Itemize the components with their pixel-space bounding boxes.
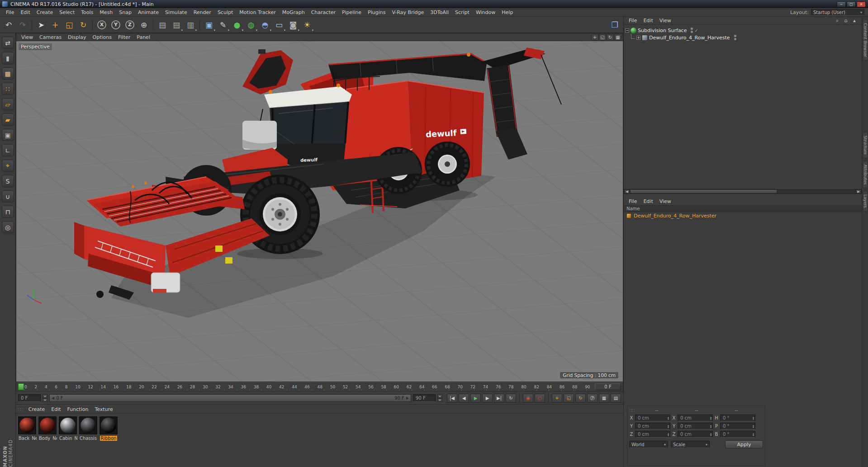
material-label[interactable]: Back_Ne — [18, 436, 37, 441]
menubar-item[interactable]: Render — [190, 9, 214, 16]
scroll-left-arrow[interactable]: ◀ — [624, 189, 630, 193]
render-view-button[interactable]: ▤ ▾ — [156, 18, 169, 32]
tree-item-subdivision-surface[interactable]: − Subdivision Surface ✓ — [625, 27, 860, 34]
goto-end-button[interactable]: ▶| — [494, 394, 504, 403]
tree-item-harvester[interactable]: + Dewulf_Enduro_4_Row_Harveste — [631, 34, 860, 41]
position-field[interactable]: 0 cm▴▾ — [635, 431, 670, 438]
material-item[interactable]: Chassis — [79, 416, 98, 441]
material-menu-item[interactable]: Function — [64, 406, 92, 413]
start-frame-field[interactable]: 0 F — [18, 394, 41, 402]
material-item[interactable]: Body_Ne — [38, 416, 57, 441]
toolbar-button[interactable]: ▾ — [90, 19, 95, 31]
panel-grip-icon[interactable]: ∷∷ — [629, 408, 634, 413]
menubar-item[interactable]: Edit — [17, 9, 33, 16]
coordinate-system-button[interactable]: ⊕ ▾ — [137, 18, 151, 32]
material-item[interactable]: Cabin_N — [58, 416, 77, 441]
object-manager-menu-item[interactable]: Edit — [640, 17, 656, 24]
rotation-field[interactable]: 0 °▴▾ — [720, 423, 755, 429]
material-list-item[interactable]: Dewulf_Enduro_4_Row_Harvester — [624, 212, 862, 219]
scroll-right-arrow[interactable]: ▶ — [856, 189, 861, 193]
light-button[interactable]: ☀ ▾ — [300, 18, 314, 32]
name-panel-menu-item[interactable]: File — [626, 198, 640, 205]
menubar-item[interactable]: Script — [452, 9, 473, 16]
material-menu-item[interactable]: Edit — [48, 406, 64, 413]
record-parameter-button[interactable]: Ⓟ — [587, 394, 598, 403]
size-field[interactable]: 0 cm▴▾ — [678, 423, 713, 429]
collapse-icon[interactable]: − — [625, 28, 629, 33]
render-settings-button[interactable]: ▥ ▾ — [184, 18, 197, 32]
menubar-item[interactable]: Help — [498, 9, 516, 16]
maximize-button[interactable]: ▢ — [847, 1, 856, 7]
record-rotation-button[interactable]: ↻ — [575, 394, 586, 403]
transport-button[interactable] — [517, 392, 522, 405]
play-button[interactable]: ▶ — [470, 394, 481, 403]
menubar-item[interactable]: Animate — [135, 9, 162, 16]
goto-start-button[interactable]: |◀ — [447, 394, 457, 403]
panel-grip-icon[interactable]: ∷∷ — [18, 407, 23, 412]
cycle-button[interactable]: ↻ — [506, 394, 516, 403]
scale-tool[interactable]: ◱ ▾ — [62, 18, 76, 32]
environment-button[interactable]: ▭ ▾ — [272, 18, 286, 32]
rotation-field[interactable]: 0 °▴▾ — [720, 431, 755, 438]
menubar-item[interactable]: Sculpt — [214, 9, 236, 16]
menubar-item[interactable]: Motion Tracker — [236, 9, 279, 16]
rotation-column-header[interactable]: -- — [716, 408, 756, 413]
menubar-item[interactable]: Snap — [116, 9, 135, 16]
layout-panel-icon[interactable]: ❐ — [608, 18, 621, 32]
rotate-view-icon[interactable]: ↻ — [607, 34, 614, 40]
snap-magnet-button[interactable]: ∪ — [2, 190, 14, 203]
side-tab[interactable]: Content Browser — [863, 19, 868, 61]
lock-y-axis-button[interactable]: Y ▾ — [109, 18, 123, 32]
camera-button[interactable]: ◙ ▾ — [286, 18, 300, 32]
apply-button[interactable]: Apply — [725, 440, 763, 448]
material-item[interactable]: Back_Ne — [18, 416, 37, 441]
visibility-dots[interactable] — [734, 35, 736, 40]
menubar-item[interactable]: Plugins — [365, 9, 389, 16]
solo-mode-button[interactable]: S — [2, 175, 14, 187]
move-tool[interactable]: + ▾ — [48, 18, 62, 32]
lock-x-axis-button[interactable]: X ▾ — [95, 18, 109, 32]
size-field[interactable]: 0 cm▴▾ — [678, 415, 713, 421]
viewport-menu-item[interactable]: Panel — [133, 34, 153, 41]
menubar-item[interactable]: Simulate — [162, 9, 190, 16]
edges-mode-button[interactable]: ▱ — [2, 98, 14, 110]
name-panel-menu-item[interactable]: Edit — [640, 198, 656, 205]
side-tab[interactable]: Structure — [863, 132, 868, 158]
end-frame-field[interactable]: 90 F — [413, 394, 436, 402]
workplane-mode-button[interactable]: ∟ — [2, 144, 14, 156]
object-manager-menu-item[interactable]: File — [626, 17, 640, 24]
material-thumbnail[interactable] — [38, 416, 57, 434]
viewport-canvas[interactable]: dewulf — [16, 41, 623, 382]
home-icon[interactable]: ⌂ — [842, 18, 849, 24]
next-frame-button[interactable]: ▶ — [482, 394, 493, 403]
material-thumbnail[interactable] — [79, 416, 97, 434]
minimize-button[interactable]: ─ — [837, 1, 846, 7]
material-label[interactable]: Chassis — [79, 436, 98, 441]
viewport-menu-item[interactable]: Filter — [115, 34, 133, 41]
menubar-item[interactable]: V-Ray Bridge — [389, 9, 427, 16]
menubar-item[interactable]: Select — [56, 9, 78, 16]
timeline-ruler[interactable]: 0246810121416182022242628303234363840424… — [16, 382, 623, 392]
add-cube-button[interactable]: ▣ ▾ — [202, 18, 216, 32]
up-level-icon[interactable]: ▴ — [851, 18, 858, 24]
scrollbar-thumb[interactable] — [630, 189, 777, 193]
timeline-layout-button[interactable]: ▤ — [611, 394, 621, 403]
scale-mode-select[interactable]: Scale▾ — [671, 441, 710, 448]
model-mode-button[interactable]: ▮ — [2, 52, 14, 64]
current-frame-field[interactable]: 0 F — [595, 383, 621, 390]
axis-mode-button[interactable]: ⌖ — [2, 160, 14, 172]
viewport-scene[interactable]: dewulf — [16, 41, 623, 382]
toolbar-button[interactable]: ▾ — [198, 19, 202, 31]
object-manager-hscrollbar[interactable]: ◀ ▶ — [624, 189, 862, 194]
texture-mode-button[interactable]: ▦ — [2, 67, 14, 80]
size-column-header[interactable]: -- — [677, 408, 716, 413]
material-label[interactable]: Ribbon — [100, 436, 118, 441]
object-manager-menu-item[interactable]: View — [656, 17, 674, 24]
lock-z-axis-button[interactable]: Z ▾ — [123, 18, 137, 32]
position-field[interactable]: 0 cm▴▾ — [635, 423, 670, 429]
workplane-lock-button[interactable]: ⊓ — [2, 206, 14, 218]
position-column-header[interactable]: -- — [637, 408, 677, 413]
prev-frame-button[interactable]: ◀ — [459, 394, 469, 403]
menubar-item[interactable]: 3DToAll — [427, 9, 452, 16]
autokey-button[interactable]: ○ — [535, 394, 545, 403]
